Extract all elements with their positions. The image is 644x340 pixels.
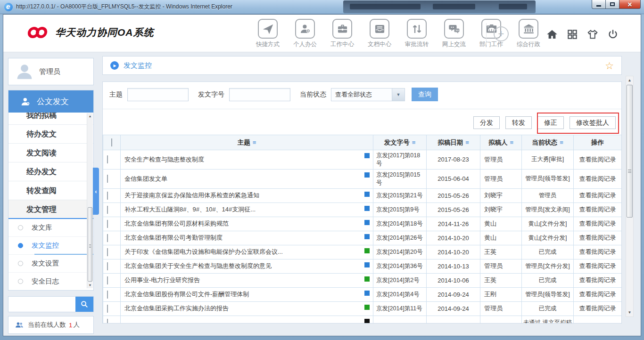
sort-icon[interactable]: ≡ xyxy=(465,139,469,146)
sidebar-menu-item[interactable]: 发文阅读 xyxy=(8,144,93,162)
nav-item[interactable]: 审批流转 xyxy=(402,19,431,49)
nav-item[interactable]: 文档中心 xyxy=(365,19,394,49)
sidebar-sub-item[interactable]: 发文设置 xyxy=(8,255,93,273)
view-records-link[interactable]: 查看批阅记录 xyxy=(574,259,622,273)
sidebar-section-header[interactable]: 公文发文 xyxy=(8,90,93,113)
row-checkbox[interactable] xyxy=(107,155,108,163)
nav-item[interactable]: 快捷方式 xyxy=(253,19,282,49)
sidebar-menu-item[interactable]: 待办发文 xyxy=(8,125,93,144)
view-records-link[interactable]: 查看批阅记录 xyxy=(574,273,622,287)
radio-icon xyxy=(18,261,23,266)
view-records-link[interactable]: 查看批阅记录 xyxy=(574,231,622,245)
scroll-up-icon[interactable] xyxy=(87,113,93,119)
view-records-link[interactable]: 查看批阅记录 xyxy=(574,169,622,188)
subject-cell[interactable]: 北京金信集团关于安全生产检查与隐患整改制度的意见 xyxy=(121,259,373,273)
scrollbar-thumb[interactable] xyxy=(627,85,633,218)
home-icon[interactable] xyxy=(546,28,558,40)
row-checkbox[interactable] xyxy=(107,234,108,242)
dropdown-arrow-icon[interactable] xyxy=(392,89,405,101)
subject-cell[interactable]: 北京金信集团股份有限公司文件-薪酬管理体制 xyxy=(121,287,373,301)
doc-number-filter-input[interactable] xyxy=(229,88,290,101)
action-button[interactable]: 分发 xyxy=(473,116,500,129)
row-checkbox[interactable] xyxy=(107,291,108,299)
nav-item[interactable]: 网上交流 xyxy=(439,19,469,49)
column-header[interactable]: 拟稿人≡ xyxy=(480,135,522,150)
apps-grid-icon[interactable] xyxy=(566,28,578,40)
row-checkbox[interactable] xyxy=(107,319,108,324)
column-header[interactable]: 当前状态≡ xyxy=(522,135,574,150)
column-header[interactable]: 拟稿日期≡ xyxy=(427,135,480,150)
view-records-link[interactable]: 查看批阅记录 xyxy=(574,150,622,170)
row-checkbox[interactable] xyxy=(107,276,108,284)
sidebar-menu-item[interactable]: 发文管理 xyxy=(8,200,93,219)
sort-icon[interactable]: ≡ xyxy=(560,139,563,146)
sidebar-section-label: 公文发文 xyxy=(37,96,69,107)
main-scrollbar[interactable] xyxy=(626,76,634,317)
scroll-down-icon[interactable] xyxy=(626,309,633,316)
view-records-link[interactable]: 查看批阅记录 xyxy=(574,202,622,217)
subject-cell[interactable]: 关于印发《金信集团电力设施和电能保护办公室联席会议... xyxy=(121,245,373,259)
power-icon[interactable] xyxy=(607,28,619,40)
subject-cell[interactable]: 公用事业-电力行业研究报告 xyxy=(121,273,373,287)
row-checkbox[interactable] xyxy=(107,305,108,313)
sidebar-menu-item[interactable]: 经办发文 xyxy=(8,162,93,181)
sidebar-sub-item[interactable]: 发文库 xyxy=(8,219,93,237)
action-button[interactable]: 转发 xyxy=(505,116,532,129)
row-checkbox[interactable] xyxy=(107,248,108,256)
query-button[interactable]: 查询 xyxy=(412,88,438,101)
sidebar-sub-item[interactable]: 发文监控 xyxy=(8,237,93,255)
sort-icon[interactable]: ≡ xyxy=(510,139,513,146)
column-header[interactable]: 主题≡ xyxy=(121,135,373,150)
status-dropdown[interactable]: 查看全部状态 xyxy=(331,88,405,101)
row-checkbox[interactable] xyxy=(107,220,108,228)
subject-cell[interactable]: 金信集团发文单 xyxy=(121,169,373,188)
sidebar-search-input[interactable] xyxy=(8,297,75,312)
close-button[interactable] xyxy=(619,0,641,9)
subject-cell[interactable]: 关于迎接南京保监办保险信用体系检查的紧急通知 xyxy=(121,188,373,202)
nav-item[interactable]: 综合行政 xyxy=(514,19,543,49)
scrollbar-thumb[interactable] xyxy=(88,207,92,282)
row-checkbox[interactable] xyxy=(107,206,108,214)
view-records-link[interactable]: 查看批阅记录 xyxy=(574,188,622,202)
sort-icon[interactable]: ≡ xyxy=(412,139,416,146)
sidebar-menu-item[interactable]: 我的拟稿 xyxy=(8,113,93,125)
column-header[interactable]: 操作 xyxy=(574,135,622,150)
view-records-link[interactable]: 查看批阅记录 xyxy=(574,217,622,231)
row-checkbox[interactable] xyxy=(107,192,108,200)
row-checkbox[interactable] xyxy=(107,175,108,183)
subject-cell[interactable] xyxy=(121,316,373,323)
action-button[interactable]: 修改签批人 xyxy=(570,116,616,129)
theme-shirt-icon[interactable] xyxy=(586,28,599,40)
favorite-star-icon[interactable] xyxy=(605,61,614,71)
view-records-link[interactable]: 查看批阅记录 xyxy=(574,301,622,316)
subject-cell[interactable]: 补水工程大五山隧洞8#、9#、10#、14#支洞征... xyxy=(121,202,373,217)
sort-icon[interactable]: ≡ xyxy=(253,139,256,146)
nav-item[interactable]: 工作中心 xyxy=(328,19,357,49)
draft-date-cell: 2015-05-26 xyxy=(427,188,480,202)
sidebar-collapse-handle[interactable] xyxy=(93,168,99,215)
view-records-link[interactable] xyxy=(574,316,622,323)
subject-cell[interactable]: 北京金信集团有限公司原材料采购规范 xyxy=(121,217,373,231)
sidebar-search-button[interactable] xyxy=(75,297,93,312)
nav-item[interactable]: 个人办公 xyxy=(290,19,320,49)
select-all-checkbox[interactable] xyxy=(111,138,112,146)
plus-circle-icon[interactable] xyxy=(494,26,509,41)
subject-filter-input[interactable] xyxy=(127,88,189,101)
sidebar-sub-item[interactable]: 安全日志 xyxy=(8,273,93,289)
sidebar-menu-item[interactable]: 转发查阅 xyxy=(8,181,93,200)
select-all-header[interactable] xyxy=(103,135,121,150)
sidebar-scrollbar[interactable] xyxy=(87,113,93,288)
scroll-up-icon[interactable] xyxy=(626,77,633,84)
minimize-button[interactable] xyxy=(592,0,606,9)
maximize-button[interactable] xyxy=(606,0,619,9)
scroll-down-icon[interactable] xyxy=(87,282,93,288)
menu-scroll-area: 我的拟稿待办发文发文阅读经办发文转发查阅发文管理 发文库 发文监控 发文设置 安… xyxy=(8,113,93,289)
view-records-link[interactable]: 查看批阅记录 xyxy=(574,287,622,301)
subject-cell[interactable]: 安全生产检查与隐患整改制度 xyxy=(121,150,373,170)
subject-cell[interactable]: 北京金信集团采购工作实施办法的报告 xyxy=(121,301,373,316)
view-records-link[interactable]: 查看批阅记录 xyxy=(574,245,622,259)
subject-cell[interactable]: 北京金信集团有限公司考勤管理制度 xyxy=(121,231,373,245)
action-button[interactable]: 修正 xyxy=(537,116,564,129)
row-checkbox[interactable] xyxy=(107,262,108,270)
column-header[interactable]: 发文字号≡ xyxy=(373,135,427,150)
